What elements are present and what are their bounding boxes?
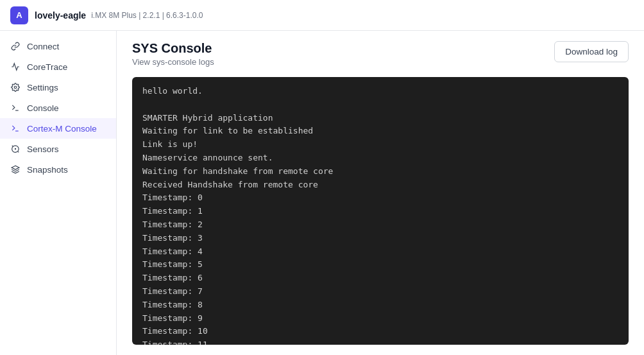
sidebar-label-console: Console — [27, 103, 59, 113]
layers-icon — [10, 164, 21, 175]
header-text: SYS Console View sys-console logs — [132, 41, 214, 67]
main-header: SYS Console View sys-console logs Downlo… — [117, 31, 644, 77]
console-text: hello world. SMARTER Hybrid application … — [142, 85, 618, 345]
sidebar-item-connect[interactable]: Connect — [0, 36, 116, 56]
svg-point-3 — [15, 148, 15, 149]
device-meta: i.MX 8M Plus | 2.2.1 | 6.6.3-1.0.0 — [91, 11, 203, 20]
coretrace-icon — [10, 62, 21, 72]
sidebar-label-connect: Connect — [27, 42, 59, 51]
sidebar-item-cortex-m-console[interactable]: Cortex-M Console — [0, 118, 116, 139]
topbar: A lovely-eagle i.MX 8M Plus | 2.2.1 | 6.… — [0, 0, 644, 31]
sidebar-label-sensors: Sensors — [27, 144, 59, 154]
link-icon — [10, 41, 21, 51]
sidebar-label-coretrace: CoreTrace — [27, 62, 67, 72]
download-log-button[interactable]: Download log — [554, 41, 629, 62]
cortex-icon — [10, 123, 21, 134]
page-subtitle: View sys-console logs — [132, 57, 214, 67]
svg-point-0 — [14, 86, 17, 89]
sidebar-item-snapshots[interactable]: Snapshots — [0, 159, 116, 180]
main-content: SYS Console View sys-console logs Downlo… — [117, 31, 644, 355]
svg-marker-4 — [12, 166, 19, 169]
layout: Connect CoreTrace Settings — [0, 31, 644, 355]
gear-icon — [10, 82, 21, 92]
sensors-icon — [10, 144, 21, 154]
sidebar-label-cortex-m-console: Cortex-M Console — [27, 124, 97, 134]
sidebar: Connect CoreTrace Settings — [0, 31, 117, 355]
terminal-icon — [10, 103, 21, 113]
device-name: lovely-eagle — [35, 10, 86, 21]
sidebar-item-console[interactable]: Console — [0, 98, 116, 118]
sidebar-item-settings[interactable]: Settings — [0, 77, 116, 98]
sidebar-item-sensors[interactable]: Sensors — [0, 139, 116, 159]
avatar: A — [10, 6, 28, 24]
sidebar-item-coretrace[interactable]: CoreTrace — [0, 56, 116, 77]
page-title: SYS Console — [132, 41, 214, 56]
console-output[interactable]: hello world. SMARTER Hybrid application … — [132, 77, 629, 345]
sidebar-label-snapshots: Snapshots — [27, 165, 68, 175]
sidebar-label-settings: Settings — [27, 83, 58, 92]
